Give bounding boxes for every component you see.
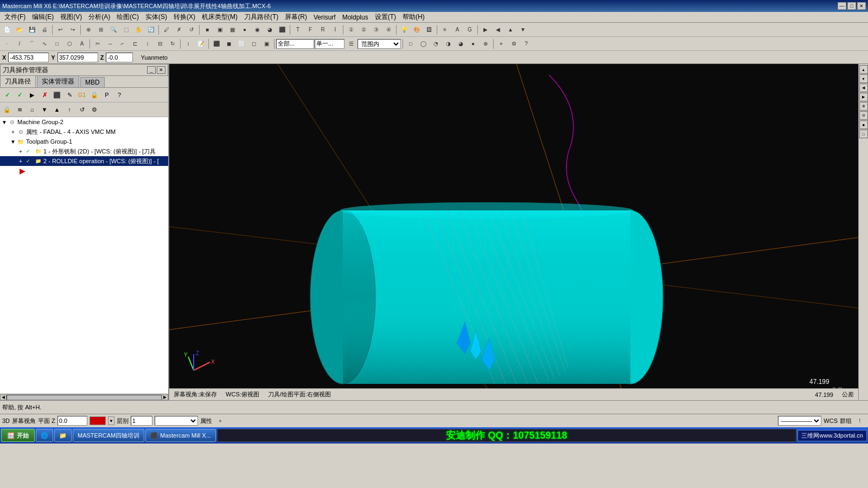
tb2-solid2[interactable]: ◼ [223,38,235,50]
rs-btn2[interactable]: ▼ [859,74,868,83]
tb2-sel3[interactable]: ◔ [430,38,442,50]
tb2-ext[interactable]: ↔ [104,38,116,50]
tb2-dim[interactable]: ↕ [182,38,194,50]
pt2-arrow[interactable]: ↑ [63,104,75,115]
range-select[interactable]: 范围内 [358,39,401,49]
tree-toolpath-group[interactable]: ▼ 📁 Toolpath Group-1 [0,137,168,146]
tb-group[interactable]: G [464,24,476,36]
pt2-gear[interactable]: ⚙ [88,104,100,115]
rs-btn4[interactable]: ▶ [859,93,868,101]
menu-verisurf[interactable]: Verisurf [310,13,339,22]
info-btn[interactable]: ! [854,415,866,427]
tb-open[interactable]: 📂 [14,24,25,36]
tb-wf5[interactable]: ◉ [251,24,263,36]
tb-wf3[interactable]: ▦ [226,24,238,36]
tb-light[interactable]: 💡 [398,24,410,36]
tb2-cam2[interactable]: ⚙ [508,38,520,50]
tree-machine-group[interactable]: ▼ ⚙ Machine Group-2 [0,117,168,127]
tb2-solid3[interactable]: ⬜ [235,38,247,50]
tb-right[interactable]: R [317,24,329,36]
pt-regen[interactable]: ✓ [14,89,25,101]
pt2-down[interactable]: ▼ [39,104,50,115]
taskbar-app2[interactable]: ⬛ Mastercam Mill X... [145,429,216,442]
rs-btn7[interactable]: ■ [859,120,868,129]
tab-solid-manager[interactable]: 实体管理器 [37,75,79,87]
menu-transform[interactable]: 转换(X) [170,12,199,22]
rs-btn5[interactable]: ⊕ [859,102,868,111]
menu-draw[interactable]: 绘图(C) [113,12,142,22]
tb-attr[interactable]: A [451,24,463,36]
pt2-home[interactable]: ⌂ [26,104,38,115]
tab-toolpath[interactable]: 刀具路径 [0,75,36,87]
pt2-up[interactable]: ▲ [51,104,63,115]
tb-v1[interactable]: ① [345,24,357,36]
z-input[interactable] [106,53,133,62]
menu-moldplus[interactable]: Moldplus [339,13,372,22]
pt-verify[interactable]: ✓ [1,89,13,101]
tb-shade2[interactable]: ⬛ [276,24,288,36]
color-arrow[interactable]: ▼ [108,416,114,425]
tb-top[interactable]: T [292,24,304,36]
pt-delete[interactable]: ✗ [39,89,50,101]
panel-close[interactable]: ✕ [157,66,165,74]
tb2-solid4[interactable]: ◻ [248,38,260,50]
tb-rotate[interactable]: 🔄 [145,24,157,36]
x-input[interactable] [8,53,49,62]
tb-delete[interactable]: ✗ [173,24,185,36]
tb2-sel7[interactable]: ⊕ [480,38,492,50]
tb-v4[interactable]: ④ [382,24,394,36]
tb2-pt[interactable]: · [1,38,13,50]
tb-repaint[interactable]: 🖊 [161,24,173,36]
filter-input[interactable] [276,39,314,49]
tb2-ln[interactable]: / [14,38,25,50]
tb-render[interactable]: 🖼 [423,24,435,36]
y-input[interactable] [58,53,98,62]
tb-front[interactable]: F [304,24,316,36]
pt-edit[interactable]: ✎ [63,89,75,101]
menu-file[interactable]: 文件(F) [1,12,29,22]
tb2-arc[interactable]: ⌒ [26,38,38,50]
tb-undo[interactable]: ↩ [54,24,66,36]
tb-more1[interactable]: ▶ [480,24,492,36]
maximize-button[interactable]: □ [847,2,856,10]
pt-gi[interactable]: G1 [76,89,88,101]
attr-plus[interactable]: + [214,415,226,427]
tb2-fillet[interactable]: ⌐ [117,38,129,50]
pt2-cycle[interactable]: ↺ [76,104,88,115]
tb-grid[interactable]: ⊞ [95,24,107,36]
pt-solid[interactable]: ⬛ [51,89,63,101]
tb-wf2[interactable]: ▣ [214,24,226,36]
tb2-proj[interactable]: ↕ [142,38,154,50]
start-button[interactable]: 🪟 开始 [1,429,35,442]
rs-btn1[interactable]: ▲ [859,65,868,74]
tab-mbd[interactable]: MBD [80,77,105,87]
tb-pan[interactable]: ✋ [132,24,144,36]
tb2-mirror[interactable]: ⊟ [154,38,166,50]
close-button[interactable]: ✕ [857,2,866,10]
tb2-note[interactable]: 📝 [195,38,207,50]
tb-level[interactable]: ≡ [439,24,451,36]
menu-toolpath[interactable]: 刀具路径(T) [241,12,282,22]
menu-edit[interactable]: 编辑(E) [29,12,57,22]
tb2-text[interactable]: A [76,38,88,50]
pt-post[interactable]: P [101,89,113,101]
tb2-rotate2[interactable]: ↻ [167,38,178,50]
tb-v3[interactable]: ③ [370,24,382,36]
tb2-sel4[interactable]: ◑ [442,38,454,50]
tb2-cam1[interactable]: ⌖ [495,38,507,50]
tb-more2[interactable]: ◀ [492,24,504,36]
level-input[interactable] [131,416,152,426]
tb-redo[interactable]: ↪ [67,24,79,36]
tb2-offset[interactable]: ⊏ [129,38,141,50]
tb-shade1[interactable]: ◕ [264,24,276,36]
pt-simulate[interactable]: ▶ [26,89,38,101]
tb2-rect[interactable]: □ [51,38,63,50]
menu-solid[interactable]: 实体(S) [142,12,170,22]
level-select[interactable] [155,416,198,426]
menu-screen[interactable]: 屏幕(R) [282,12,310,22]
tb2-solid1[interactable]: ⬛ [210,38,222,50]
tree-op2[interactable]: + ✓ 📁 2 - ROLLDIE operation - [WCS: (俯视图… [0,156,168,166]
menu-analyze[interactable]: 分析(A) [85,12,113,22]
rs-btn3[interactable]: ◀ [859,84,868,92]
tb-mat[interactable]: 🎨 [411,24,423,36]
